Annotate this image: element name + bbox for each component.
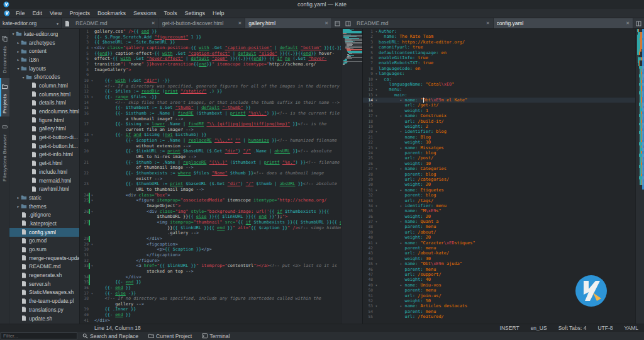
code-line[interactable]: 17 {{- $isimg := lower .Name | findRE "\… xyxy=(80,122,341,127)
code-line[interactable]: 38 parent: menu xyxy=(363,224,635,229)
tree-item-kateproject[interactable]: .kateproject xyxy=(9,219,79,228)
expander-icon[interactable]: ▸ xyxy=(16,40,21,45)
code-line[interactable]: .gallery --> xyxy=(80,230,341,236)
code-line[interactable]: 10▾ {{- with (.Get "dir") -}} xyxy=(80,78,341,84)
code-line[interactable]: stacked on top --> xyxy=(80,269,341,275)
code-line[interactable]: 26 weight: 10 xyxy=(363,161,635,166)
code-line[interactable]: 54 parent: menu xyxy=(363,309,635,314)
code-line[interactable]: a thumbnail image? --> xyxy=(80,116,341,122)
code-line[interactable]: of thumbnail image --> xyxy=(80,165,341,171)
code-line[interactable]: 12 {{- $files := readDir (print "/static… xyxy=(80,89,341,94)
tab-gallery-html[interactable]: gallery.html✕ xyxy=(245,18,332,28)
code-line[interactable]: 28 parent: blog xyxy=(363,172,635,177)
code-line[interactable]: 9▾languages: xyxy=(363,71,635,76)
tree-item-figure-html[interactable]: figure.html xyxy=(9,116,79,125)
code-line[interactable]: 35 {{- end }} xyxy=(80,280,341,285)
code-line[interactable]: 1gallery.css" />{{ end }} xyxy=(80,29,341,35)
code-line[interactable]: 39 {{ .Inner }} xyxy=(80,307,341,312)
code-line[interactable]: 36 {{- end }} xyxy=(80,285,341,291)
code-line[interactable]: 18▾ {{- if and $isimg (not $isthumb) }} xyxy=(80,132,341,138)
code-line[interactable]: 2 name: The Kate Team xyxy=(363,34,635,39)
tree-item-rawhtml-html[interactable]: rawhtml.html xyxy=(9,184,79,193)
code-line[interactable]: 15 {{- $thumbext := $.Get "thumb" | defa… xyxy=(80,105,341,111)
code-line[interactable]: 25 url: /post/ xyxy=(363,156,635,161)
code-line[interactable]: 23▾ - name: Missatges xyxy=(363,145,635,150)
code-line[interactable]: 41▾ - name: "Caracter\xEDstiques" xyxy=(363,241,635,246)
tree-item-columns-html[interactable]: columns.html xyxy=(9,90,79,99)
tree-item-get-it-button-ht[interactable]: get-it-button.ht... xyxy=(9,142,79,150)
expander-icon[interactable]: ▾ xyxy=(16,66,21,71)
tree-item-update-sh[interactable]: update.sh xyxy=(9,314,79,323)
tree-item-layouts[interactable]: ▾layouts xyxy=(9,64,79,73)
menu-tools[interactable]: Tools xyxy=(160,9,180,17)
tree-item-archetypes[interactable]: ▸archetypes xyxy=(9,38,79,47)
tree-item-gitignore[interactable]: .gitignore xyxy=(9,210,79,219)
sidebar-tab-filesystem-browser[interactable]: Filesystem Browser xyxy=(0,118,9,184)
code-line[interactable]: 21 {{- $thumb := .Name | replaceRE "(\\.… xyxy=(80,160,341,166)
code-line[interactable]: 37▾ {{- else -}} xyxy=(80,291,341,297)
code-line[interactable]: 14 <!-- skip files that aren't images, o… xyxy=(80,100,341,106)
tab-readme-md[interactable]: README.md✕ xyxy=(353,18,494,28)
toolview-button-search-and-replace[interactable]: Search and Replace xyxy=(77,332,143,340)
code-line[interactable]: 9 xyxy=(80,72,341,78)
code-line[interactable]: ImageObject"> xyxy=(80,203,341,209)
tab-readme-md[interactable]: README.md✕ xyxy=(72,18,159,28)
tree-item-column-html[interactable]: column.html xyxy=(9,81,79,90)
sidebar-tab-projects[interactable]: Projects xyxy=(0,78,9,116)
code-line[interactable]: 8languageCode: en xyxy=(363,66,635,71)
menu-bookmarks[interactable]: Bookmarks xyxy=(94,9,130,17)
editor-left[interactable]: 1gallery.css" />{{ end }}2{{- $.Page.Scr… xyxy=(80,29,363,324)
tree-item-themes[interactable]: ▸themes xyxy=(9,202,79,211)
tab-close-icon[interactable]: ✕ xyxy=(325,21,328,26)
status-encoding[interactable]: UTF-8 xyxy=(592,325,618,331)
tree-item-merge-requests-updat[interactable]: merge-requests-updat... xyxy=(9,254,79,263)
menu-view[interactable]: View xyxy=(46,9,65,17)
menu-settings[interactable]: Settings xyxy=(180,9,209,17)
code-line[interactable]: 6effect-{{ with .Get "hover-effect" | de… xyxy=(80,56,341,62)
document-list-icon[interactable] xyxy=(332,18,343,28)
status-dictionary[interactable]: en_US xyxy=(525,325,553,331)
status-syntax-mode[interactable]: YAML xyxy=(618,325,644,331)
code-line[interactable]: 28 </div> xyxy=(80,236,341,242)
code-line[interactable]: 29 url: /categories/ xyxy=(363,177,635,182)
editor-right[interactable]: 1▾Author:2 name: The Kate Team3baseURL: … xyxy=(363,29,644,324)
status-tab-mode[interactable]: Soft Tabs: 4 xyxy=(553,325,592,331)
tab-close-icon[interactable]: ✕ xyxy=(152,21,155,26)
code-line[interactable]: 18 url: /build-it/ xyxy=(363,119,635,124)
code-line[interactable]: 42 parent: menu xyxy=(363,246,635,251)
menu-projects[interactable]: Projects xyxy=(65,9,94,17)
code-line[interactable]: 32 parent: blog xyxy=(363,193,635,198)
code-line[interactable]: 15 url: /get-it/ xyxy=(363,103,635,108)
code-line[interactable]: 4▾<div class="gallery caption-position-{… xyxy=(80,45,341,51)
menu-edit[interactable]: Edit xyxy=(29,9,47,17)
expander-icon[interactable]: ▾ xyxy=(21,75,26,79)
code-line[interactable]: 20▾ - identifier: blog xyxy=(363,129,635,134)
expander-icon[interactable]: ▸ xyxy=(16,204,21,208)
tree-item-static[interactable]: ▸static xyxy=(9,193,79,202)
split-vertical-icon[interactable] xyxy=(633,18,644,28)
code-line[interactable]: 19 {{- $caption := .Name | replaceRE "\\… xyxy=(80,138,341,144)
tree-item-gallery-html[interactable]: gallery.html xyxy=(9,125,79,133)
code-line[interactable]: 24▾ <div class="box"> xyxy=(80,193,341,198)
code-line[interactable]: 40 {{- end }} xyxy=(80,312,341,318)
code-line[interactable]: 11 <!-- If a directory was specified, ge… xyxy=(80,84,341,89)
code-line[interactable]: 45▾ - name: "Obt\xE9n ajuda" xyxy=(363,261,635,266)
code-line[interactable]: $thumbURL }}{{ else }}{{ $linkURL }}{{ e… xyxy=(80,214,341,220)
code-line[interactable]: 7transition") "none" }}hover-transition{… xyxy=(80,62,341,67)
tree-item-regenerate-sh[interactable]: regenerate.sh xyxy=(9,271,79,280)
code-line[interactable]: 33▾ <a href="{{ $linkURL }}" itemprop="c… xyxy=(80,263,341,269)
cursor-position[interactable]: Line 14, Column 18 xyxy=(94,325,141,331)
code-line[interactable]: 23 {{- $thumbURL := print $baseURL ($.Ge… xyxy=(80,181,341,187)
tree-item-go-sum[interactable]: go.sum xyxy=(9,245,79,254)
project-selector[interactable]: kate-editor.org ▾ xyxy=(0,18,62,28)
tab-close-icon[interactable]: ✕ xyxy=(486,21,490,26)
code-line[interactable]: 31 </figcaption> xyxy=(80,252,341,258)
tab-close-icon[interactable]: ✕ xyxy=(626,21,630,26)
toolview-button-current-project[interactable]: Current Project xyxy=(143,332,197,340)
code-line[interactable]: 1▾Author: xyxy=(363,29,635,34)
tree-item-server-sh[interactable]: server.sh xyxy=(9,280,79,288)
code-line[interactable]: 26▾ <div class="img" style="background-i… xyxy=(80,209,341,215)
code-line[interactable]: 29▾ <figcaption> xyxy=(80,242,341,247)
code-line[interactable]: 55 url: /featured/ xyxy=(363,314,635,319)
tab-config-yaml[interactable]: config.yaml✕ xyxy=(494,18,634,28)
